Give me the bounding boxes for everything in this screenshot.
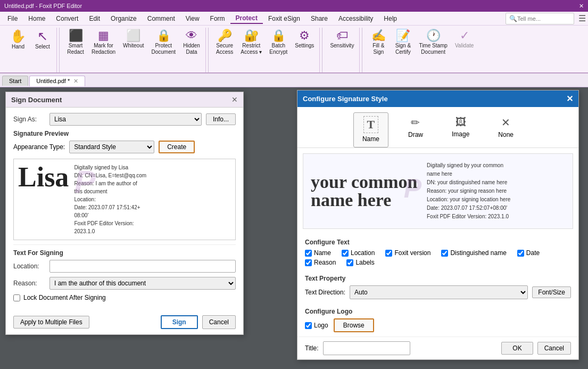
menu-home[interactable]: Home (23, 14, 51, 23)
menu-file[interactable]: File (2, 14, 23, 23)
check-date[interactable]: Date (517, 249, 540, 257)
secure-access-label: SecureAccess (216, 43, 233, 55)
appearance-type-select[interactable]: Standard Style (69, 141, 154, 153)
location-input[interactable] (49, 260, 236, 273)
ribbon-btn-validate[interactable]: ✓ Validate (452, 28, 477, 51)
menu-accessibility[interactable]: Accessibility (333, 14, 378, 23)
check-reason[interactable]: Reason (305, 259, 336, 266)
ribbon-btn-sign-certify[interactable]: 📝 Sign &Certify (391, 28, 415, 58)
ribbon-btn-fill-sign[interactable]: ✍ Fill &Sign (367, 28, 390, 58)
config-dialog-close-icon[interactable]: ✕ (566, 94, 573, 104)
menu-organize[interactable]: Organize (105, 14, 142, 23)
tab-start[interactable]: Start (2, 76, 28, 86)
info-button[interactable]: Info... (206, 113, 236, 125)
tab-untitled[interactable]: Untitled.pdf * ✕ (29, 76, 85, 86)
sign-button[interactable]: Sign (161, 315, 198, 329)
draw-tab-icon: ✏ (411, 116, 420, 129)
browse-button[interactable]: Browse (334, 318, 374, 332)
ribbon-btn-smart-redact[interactable]: ⬛ SmartRedact (64, 28, 87, 58)
lock-checkbox[interactable] (13, 294, 20, 301)
sign-dialog-close-icon[interactable]: ✕ (231, 95, 238, 104)
sensitivity-icon: 🏷 (336, 30, 348, 42)
checkbox-location[interactable] (342, 250, 349, 257)
ribbon-btn-restrict-access[interactable]: 🔐 RestrictAccess ▾ (237, 28, 265, 58)
none-tab-icon: ✕ (501, 116, 510, 129)
config-preview-details: Digitally signed by your common name her… (427, 161, 565, 221)
check-location[interactable]: Location (342, 249, 375, 257)
smart-redact-label: SmartRedact (67, 43, 84, 55)
sign-document-dialog: Sign Document ✕ Sign As: Lisa Info... Si… (5, 92, 244, 335)
select-label: Select (35, 44, 50, 50)
reason-select[interactable]: I am the author of this document (49, 277, 236, 290)
title-bar: Untitled.pdf - Foxit PDF Editor ✕ (0, 0, 588, 12)
text-direction-label: Text Direction: (305, 289, 345, 296)
ribbon-btn-hidden-data[interactable]: 👁 HiddenData (180, 28, 203, 58)
config-title-row: Title: OK Cancel (297, 337, 578, 359)
config-tab-draw[interactable]: ✏ Draw (399, 112, 432, 147)
title-bar-close[interactable]: ✕ (579, 3, 584, 10)
menu-form[interactable]: Form (205, 14, 230, 23)
apply-multiple-files-button[interactable]: Apply to Multiple Files (13, 316, 89, 329)
ribbon-btn-sensitivity[interactable]: 🏷 Sensitivity (327, 28, 357, 51)
checkbox-foxit-version[interactable] (385, 250, 392, 257)
config-tab-image[interactable]: 🖼 Image (443, 112, 478, 147)
settings-label: Settings (295, 43, 314, 49)
ribbon-btn-secure-access[interactable]: 🔑 SecureAccess (213, 28, 236, 58)
menu-convert[interactable]: Convert (51, 14, 84, 23)
ribbon-btn-hand[interactable]: ✋ Hand (6, 28, 30, 52)
sign-as-select[interactable]: Lisa (49, 113, 202, 126)
check-name[interactable]: Name (305, 249, 331, 257)
config-preview-watermark: P (404, 173, 421, 204)
title-field-label: Title: (305, 345, 319, 352)
title-input[interactable] (323, 341, 411, 355)
checkbox-logo[interactable] (305, 322, 312, 329)
menu-foxit-esign[interactable]: Foxit eSign (263, 14, 305, 23)
config-tabs: T Name ✏ Draw 🖼 Image ✕ None (297, 107, 578, 148)
ribbon-btn-batch-encrypt[interactable]: 🔒 BatchEncrypt (266, 28, 291, 58)
ribbon-btn-settings[interactable]: ⚙ Settings (292, 28, 317, 51)
text-for-signing-section: Text For Signing Location: Reason: I am … (13, 244, 236, 290)
ribbon-btn-protect-document[interactable]: 🔒 ProtectDocument (148, 28, 179, 58)
mark-redaction-label: Mark forRedaction (92, 43, 115, 55)
location-label: Location: (13, 263, 45, 270)
ribbon-btn-time-stamp[interactable]: 🕐 Time StampDocument (416, 28, 451, 58)
check-labels[interactable]: Labels (346, 259, 374, 266)
font-size-button[interactable]: Font/Size (532, 286, 571, 298)
checkbox-name[interactable] (305, 250, 312, 257)
ok-button[interactable]: OK (501, 342, 533, 355)
create-button[interactable]: Create (159, 141, 195, 153)
menu-protect[interactable]: Protect (230, 13, 263, 24)
time-stamp-label: Time StampDocument (419, 43, 448, 55)
config-tab-none[interactable]: ✕ None (489, 112, 523, 147)
sensitivity-label: Sensitivity (330, 43, 354, 49)
configure-logo-section: Configure Logo Logo Browse (297, 304, 578, 337)
menu-view[interactable]: View (180, 14, 205, 23)
check-foxit-version[interactable]: Foxit version (385, 249, 430, 257)
config-tab-name[interactable]: T Name (353, 112, 388, 147)
checkbox-date[interactable] (517, 250, 524, 257)
hamburger-icon[interactable]: ☰ (578, 13, 586, 23)
whiteout-label: Whiteout (123, 43, 144, 49)
checkbox-distinguished-name[interactable] (441, 250, 448, 257)
check-logo[interactable]: Logo (305, 322, 328, 329)
config-cancel-button[interactable]: Cancel (537, 342, 571, 355)
menu-edit[interactable]: Edit (84, 14, 105, 23)
fill-sign-icon: ✍ (371, 30, 386, 42)
menu-comment[interactable]: Comment (142, 14, 180, 23)
ribbon-btn-select[interactable]: ↖ Select (31, 28, 54, 52)
ribbon-btn-mark-redaction[interactable]: ▦ Mark forRedaction (88, 28, 119, 58)
configure-text-section: Configure Text Name Location Foxit versi… (297, 234, 578, 270)
text-direction-select[interactable]: Auto (350, 285, 528, 299)
menu-share[interactable]: Share (305, 14, 333, 23)
menu-help[interactable]: Help (378, 14, 402, 23)
reason-label: Reason: (13, 280, 45, 287)
checkbox-labels[interactable] (346, 259, 353, 266)
ribbon-btn-whiteout[interactable]: ⬜ Whiteout (120, 28, 147, 51)
sign-cancel-button[interactable]: Cancel (202, 315, 236, 329)
search-input[interactable] (517, 15, 570, 22)
checkbox-reason[interactable] (305, 259, 312, 266)
check-distinguished-name[interactable]: Distinguished name (441, 249, 506, 257)
protect-document-icon: 🔒 (156, 30, 171, 42)
tab-close-icon[interactable]: ✕ (73, 78, 78, 84)
time-stamp-icon: 🕐 (426, 30, 441, 42)
